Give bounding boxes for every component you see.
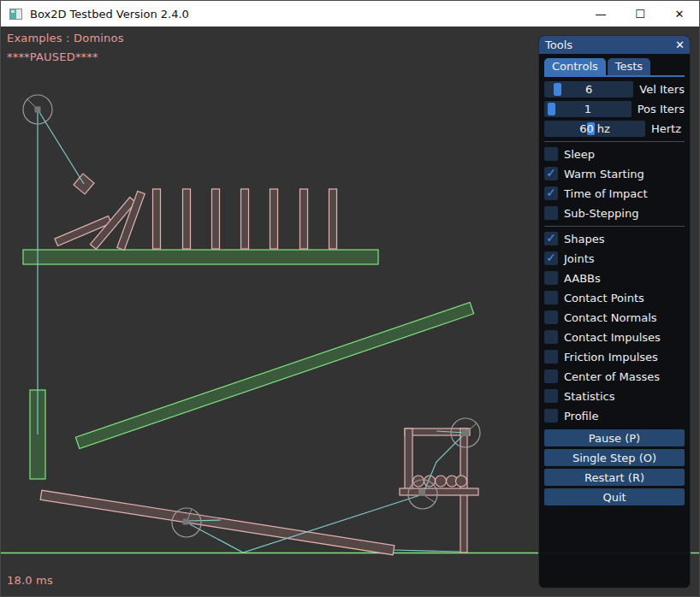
checkbox-label: Shapes [564,233,604,245]
checkmark-icon: ✓ [546,251,556,263]
window-title: Box2D Testbed Version 2.4.0 [30,8,189,21]
slider-value: 6 [544,81,633,98]
app-icon [9,9,22,20]
checkbox-label: Sleep [564,148,595,161]
titlebar: Box2D Testbed Version 2.4.0 — ☐ ✕ [1,1,699,27]
checkbox-friction-impulses[interactable] [544,350,558,364]
slider-value: 1 [544,101,632,117]
checkbox-warm-starting[interactable]: ✓ [544,167,558,180]
rack-ball [436,476,447,487]
checkbox-row-aabbs[interactable]: AABBs [544,271,685,285]
upright-domino [183,189,191,249]
button-single-step-o[interactable]: Single Step (O) [544,449,685,466]
checkbox-contact-normals[interactable] [544,310,558,324]
slider-hertz[interactable]: 60 hz [544,121,645,137]
checkbox-statistics[interactable] [544,389,558,403]
slider-label: Hertz [651,122,681,135]
tools-panel: Tools ✕ ControlsTests 6Vel Iters1Pos Ite… [538,35,691,588]
panel-close-icon[interactable]: ✕ [675,39,685,50]
checkbox-time-of-impact[interactable]: ✓ [544,186,558,200]
slider-vel-iters[interactable]: 6 [544,81,633,98]
rack-ball [456,476,467,487]
joint-anchor [35,107,41,113]
slider-value: 60 hz [544,121,645,137]
checkbox-label: Statistics [564,390,614,403]
checkbox-sub-stepping[interactable] [544,206,558,220]
upright-domino [270,189,278,249]
checkbox-row-contact-points[interactable]: Contact Points [544,291,685,304]
checkbox-aabbs[interactable] [544,271,558,285]
tools-panel-titlebar[interactable]: Tools ✕ [539,36,690,54]
paused-label: ****PAUSED**** [7,50,98,63]
minimize-button[interactable]: — [581,1,620,27]
seesaw-plank [40,490,394,554]
checkbox-row-warm-starting[interactable]: ✓Warm Starting [544,167,685,180]
checkbox-label: Warm Starting [564,168,644,180]
checkbox-label: Friction Impulses [564,351,658,364]
checkmark-icon: ✓ [546,186,556,198]
checkbox-joints[interactable]: ✓ [544,251,558,265]
checkbox-row-contact-impulses[interactable]: Contact Impulses [544,330,685,344]
upright-domino [153,189,161,249]
checkbox-center-of-masses[interactable] [544,369,558,383]
tilted-green-beam [75,303,473,449]
checkbox-row-center-of-masses[interactable]: Center of Masses [544,369,685,383]
checkbox-contact-points[interactable] [544,291,558,304]
upright-domino [300,189,308,249]
maximize-button[interactable]: ☐ [620,1,660,27]
checkbox-row-sleep[interactable]: Sleep [544,147,685,161]
checkbox-row-contact-normals[interactable]: Contact Normals [544,310,685,324]
slider-label: Pos Iters [638,103,685,115]
checkbox-row-joints[interactable]: ✓Joints [544,251,685,265]
joint-line [394,550,460,552]
slider-label: Vel Iters [639,83,685,96]
checkbox-row-profile[interactable]: Profile [544,409,685,423]
checkbox-row-sub-stepping[interactable]: Sub-Stepping [544,206,685,220]
button-group: Pause (P)Single Step (O)Restart (R)Quit [544,429,685,505]
upright-domino [329,189,337,249]
joint-anchor [462,429,469,436]
slider-row-hertz: 60 hzHertz [544,121,685,137]
button-quit[interactable]: Quit [544,488,685,505]
checkbox-row-time-of-impact[interactable]: ✓Time of Impact [544,186,685,200]
joint-anchor [418,489,425,496]
slider-pos-iters[interactable]: 1 [544,101,632,117]
upright-domino [241,189,249,249]
slider-row-vel-iters: 6Vel Iters [544,81,685,98]
checkbox-group-sim: Sleep✓Warm Starting✓Time of ImpactSub-St… [544,147,685,220]
button-restart-r[interactable]: Restart (R) [544,469,685,486]
checkmark-icon: ✓ [546,232,556,244]
tab-tests[interactable]: Tests [608,58,650,75]
joint-anchor [183,519,189,525]
tab-bar: ControlsTests [544,58,685,77]
separator [544,226,685,227]
tab-controls[interactable]: Controls [544,58,606,75]
app-window: Box2D Testbed Version 2.4.0 — ☐ ✕ Exampl… [0,0,700,597]
frame-time-label: 18.0 ms [7,574,53,587]
checkbox-label: Joints [564,252,595,265]
simulation-canvas[interactable]: Examples : Dominos ****PAUSED**** 18.0 m… [1,27,700,597]
button-pause-p[interactable]: Pause (P) [544,429,685,446]
checkbox-label: Center of Masses [564,370,660,383]
separator [544,141,685,142]
checkbox-contact-impulses[interactable] [544,330,558,344]
checkbox-row-friction-impulses[interactable]: Friction Impulses [544,350,685,364]
checkbox-profile[interactable] [544,409,558,423]
rack-left-post [405,429,412,494]
checkbox-sleep[interactable] [544,147,558,161]
checkbox-label: Contact Points [564,292,644,304]
joint-line [38,109,84,184]
tools-panel-title: Tools [545,38,675,51]
checkbox-label: Time of Impact [564,187,648,200]
checkbox-row-shapes[interactable]: ✓Shapes [544,232,685,245]
rack-shelf [400,488,478,495]
upright-domino [212,189,220,249]
slider-group: 6Vel Iters1Pos Iters60 hzHertz [544,81,685,137]
checkbox-row-statistics[interactable]: Statistics [544,389,685,403]
checkbox-label: Sub-Stepping [564,207,638,220]
checkbox-group-draw: ✓Shapes✓JointsAABBsContact PointsContact… [544,232,685,423]
checkbox-shapes[interactable]: ✓ [544,232,558,245]
slider-row-pos-iters: 1Pos Iters [544,101,685,117]
close-button[interactable]: ✕ [660,1,699,27]
checkbox-label: Contact Normals [564,311,657,324]
